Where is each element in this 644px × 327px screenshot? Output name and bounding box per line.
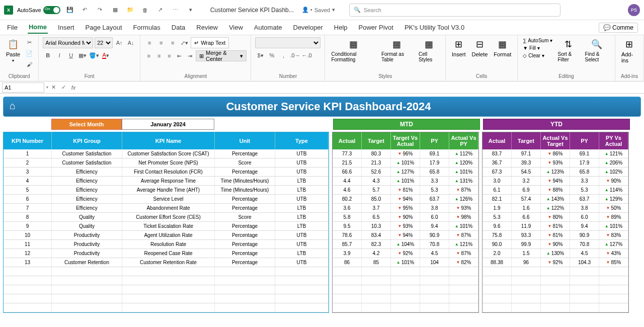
cell-ytd-target[interactable]: 1.6 bbox=[512, 204, 541, 212]
cell-mtd-avp[interactable]: ▲112% bbox=[449, 149, 478, 158]
cell-ytd-py[interactable]: 6.0 bbox=[570, 213, 599, 221]
cell-type[interactable]: UTB bbox=[275, 258, 329, 267]
cell-kpi-num[interactable]: 4 bbox=[4, 177, 52, 185]
table-row[interactable]: 85.7 82.3 ▲104% 70.8 ▲121% bbox=[333, 240, 478, 249]
cell-kpi-grp[interactable]: Customer Retention bbox=[52, 258, 122, 267]
cell-kpi-grp[interactable]: Efficiency bbox=[52, 204, 122, 212]
cell-ytd-actual[interactable]: 1.9 bbox=[482, 204, 512, 212]
cell-mtd-target[interactable]: 5.7 bbox=[362, 186, 391, 194]
table-row[interactable]: 4.4 4.3 ▲101% 3.3 ▲131% bbox=[333, 177, 478, 186]
formula-input[interactable] bbox=[80, 83, 644, 93]
table-row[interactable]: 11 Productivity Resolution Rate Percenta… bbox=[4, 240, 329, 249]
cell-mtd-avp[interactable]: ▼87% bbox=[449, 186, 478, 194]
table-row[interactable]: 4 Efficiency Average Response Time Time … bbox=[4, 177, 329, 186]
cell-type[interactable]: LTB bbox=[275, 204, 329, 212]
cell-unit[interactable]: Percentage bbox=[215, 249, 275, 258]
cell-mtd-avp[interactable]: ▲101% bbox=[449, 168, 478, 176]
qat-more-icon[interactable]: ⋯ bbox=[170, 5, 181, 16]
table-row[interactable]: 7 Efficiency Abandonment Rate Percentage… bbox=[4, 204, 329, 213]
cell-ytd-avt[interactable]: ▼88% bbox=[541, 186, 570, 194]
cell-mtd-py[interactable]: 69.1 bbox=[420, 149, 449, 158]
cell-styles-button[interactable]: ▦Cell Styles bbox=[417, 37, 441, 63]
table-row[interactable]: 4.6 5.7 ▼81% 5.3 ▼87% bbox=[333, 186, 478, 195]
cell-kpi-grp[interactable]: Customer Satisfaction bbox=[52, 158, 122, 167]
cell-kpi-grp[interactable]: Quality bbox=[52, 222, 122, 230]
table-row[interactable]: 21.5 21.3 ▲101% 17.9 ▲120% bbox=[333, 158, 478, 168]
table-row[interactable]: 3.0 3.2 ▼94% 3.3 ▼90% bbox=[482, 177, 628, 186]
cell-kpi-name[interactable]: Customer Effort Score (CES) bbox=[122, 213, 215, 221]
cell-kpi-name[interactable]: Average Response Time bbox=[122, 177, 215, 185]
cell-ytd-pva[interactable]: ▼89% bbox=[599, 213, 628, 221]
cell-unit[interactable]: Score bbox=[215, 213, 275, 221]
undo-icon[interactable]: ↶ bbox=[79, 5, 91, 16]
cell-mtd-avp[interactable]: ▲121% bbox=[449, 240, 478, 249]
cell-type[interactable]: LTB bbox=[275, 177, 329, 185]
cell-ytd-target[interactable]: 3.2 bbox=[512, 177, 541, 185]
cell-kpi-grp[interactable]: Productivity bbox=[52, 249, 122, 258]
cell-ytd-py[interactable]: 5.3 bbox=[570, 186, 599, 194]
table-row[interactable]: 13 Customer Retention Customer Retention… bbox=[4, 258, 329, 267]
cell-ytd-target[interactable]: 39.3 bbox=[512, 158, 541, 167]
cell-mtd-avp[interactable]: ▼93% bbox=[449, 204, 478, 212]
cell-ytd-py[interactable]: 4.5 bbox=[570, 249, 599, 258]
empty-row[interactable] bbox=[482, 303, 628, 312]
cell-kpi-num[interactable]: 11 bbox=[4, 240, 52, 249]
cell-kpi-grp[interactable]: Customer Satisfaction bbox=[52, 149, 122, 158]
table-row[interactable]: 78.6 83.4 ▼94% 90.9 ▼87% bbox=[333, 231, 478, 240]
cell-ytd-pva[interactable]: ▲129% bbox=[599, 195, 628, 203]
cell-type[interactable]: LTB bbox=[275, 213, 329, 221]
percent-icon[interactable]: % bbox=[267, 50, 277, 60]
table-row[interactable]: 90.0 99.9 ▼90% 70.8 ▲127% bbox=[482, 240, 628, 249]
cell-unit[interactable]: Score bbox=[215, 158, 275, 167]
name-box[interactable] bbox=[2, 83, 44, 93]
cell-kpi-num[interactable]: 1 bbox=[4, 149, 52, 158]
increase-indent-icon[interactable]: ⇥ bbox=[186, 51, 194, 61]
tab-pk-utility[interactable]: PK's Utility Tool V3.0 bbox=[404, 22, 465, 33]
home-icon[interactable]: ⌂ bbox=[10, 100, 23, 113]
table-row[interactable]: 77.3 80.3 ▼96% 69.1 ▲112% bbox=[333, 149, 478, 158]
empty-row[interactable] bbox=[4, 267, 329, 276]
decrease-font-icon[interactable]: A↓ bbox=[126, 38, 136, 48]
find-select-button[interactable]: 🔍Find & Select bbox=[583, 37, 611, 63]
cell-kpi-grp[interactable]: Quality bbox=[52, 213, 122, 221]
cell-mtd-actual[interactable]: 85.7 bbox=[333, 240, 362, 249]
font-color-button[interactable]: A▾ bbox=[101, 50, 111, 60]
cell-ytd-target[interactable]: 99.9 bbox=[512, 240, 541, 249]
border-button[interactable]: ▦▾ bbox=[77, 50, 88, 60]
empty-row[interactable] bbox=[4, 285, 329, 294]
cell-ytd-pva[interactable]: ▼83% bbox=[599, 231, 628, 239]
tab-insert[interactable]: Insert bbox=[57, 22, 75, 33]
number-format-select[interactable] bbox=[255, 37, 320, 48]
cell-kpi-name[interactable]: First Contact Resolution (FCR) bbox=[122, 168, 215, 176]
cell-ytd-pva[interactable]: ▲127% bbox=[599, 240, 628, 249]
cell-mtd-tva[interactable]: ▼94% bbox=[391, 195, 420, 203]
cell-kpi-name[interactable]: Customer Satisfaction Score (CSAT) bbox=[122, 149, 215, 158]
tab-automate[interactable]: Automate bbox=[253, 22, 283, 33]
cell-mtd-tva[interactable]: ▼96% bbox=[391, 149, 420, 158]
comma-icon[interactable]: , bbox=[278, 50, 288, 60]
merge-center-button[interactable]: ⊞ Merge & Center ▾ bbox=[196, 50, 247, 61]
cell-kpi-num[interactable]: 7 bbox=[4, 204, 52, 212]
empty-row[interactable] bbox=[333, 294, 478, 303]
cell-mtd-actual[interactable]: 77.3 bbox=[333, 149, 362, 158]
cell-mtd-avp[interactable]: ▲126% bbox=[449, 195, 478, 203]
cell-kpi-name[interactable]: Ticket Escalation Rate bbox=[122, 222, 215, 230]
cell-ytd-pva[interactable]: ▲206% bbox=[599, 158, 628, 167]
table-row[interactable]: 8 Quality Customer Effort Score (CES) Sc… bbox=[4, 213, 329, 222]
cell-ytd-actual[interactable]: 2.0 bbox=[482, 249, 512, 258]
cell-ytd-py[interactable]: 69.1 bbox=[570, 149, 599, 158]
clear-button[interactable]: ◇ Clear ▾ bbox=[522, 52, 553, 59]
qat-share-icon[interactable]: ↗ bbox=[155, 5, 166, 16]
cell-mtd-target[interactable]: 82.3 bbox=[362, 240, 391, 249]
cell-ytd-py[interactable]: 90.9 bbox=[570, 231, 599, 239]
cell-unit[interactable]: Percentage bbox=[215, 258, 275, 267]
cell-ytd-avt[interactable]: ▼90% bbox=[541, 240, 570, 249]
empty-row[interactable] bbox=[482, 294, 628, 303]
cell-unit[interactable]: Percentage bbox=[215, 195, 275, 203]
cell-unit[interactable]: Percentage bbox=[215, 231, 275, 239]
cell-ytd-target[interactable]: 11.9 bbox=[512, 222, 541, 230]
cell-type[interactable]: LTB bbox=[275, 222, 329, 230]
cell-kpi-num[interactable]: 2 bbox=[4, 158, 52, 167]
cell-mtd-tva[interactable]: ▲104% bbox=[391, 240, 420, 249]
cell-type[interactable]: UTB bbox=[275, 168, 329, 176]
